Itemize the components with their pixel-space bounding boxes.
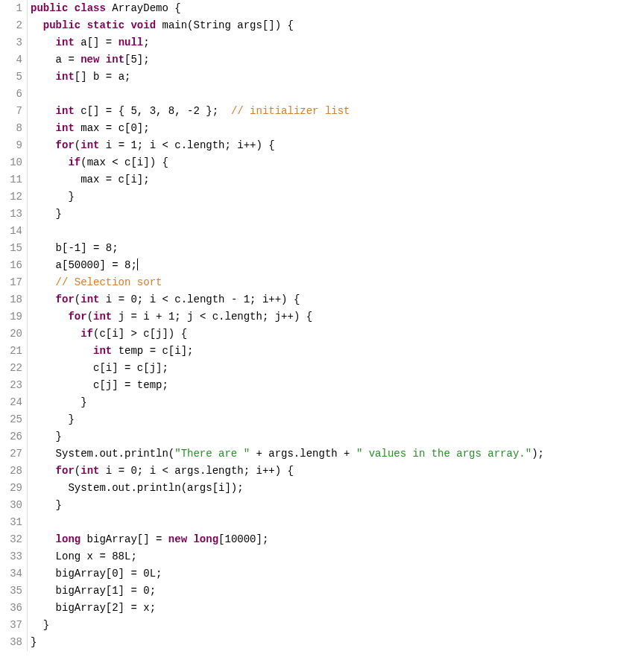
code-line[interactable]: for(int i = 0; i < c.length - 1; i++) { xyxy=(31,291,644,308)
code-token: i = 1; i < c.length; i++) { xyxy=(99,139,274,151)
code-token: Long x = 88L; xyxy=(31,550,137,562)
code-token: null xyxy=(119,36,144,48)
code-token: " values in the args array." xyxy=(356,448,531,460)
code-token: } xyxy=(31,499,62,511)
code-line[interactable]: } xyxy=(31,411,644,428)
code-token: if xyxy=(68,156,80,168)
code-token: ( xyxy=(75,139,80,151)
code-token: int xyxy=(80,293,99,305)
code-line[interactable]: int[] b = a; xyxy=(31,69,644,86)
code-token: new xyxy=(168,533,187,545)
code-token: public xyxy=(31,2,68,14)
line-number: 12 xyxy=(0,188,22,206)
code-line[interactable]: } xyxy=(31,394,644,411)
line-number: 18 xyxy=(0,291,22,308)
code-line[interactable]: System.out.println("There are " + args.l… xyxy=(31,445,644,463)
code-token: a[50000] = 8; xyxy=(31,259,137,271)
code-line[interactable]: } xyxy=(31,634,644,651)
code-token: bigArray[2] = x; xyxy=(31,602,156,614)
code-line[interactable]: for(int i = 1; i < c.length; i++) { xyxy=(31,137,644,154)
code-line[interactable]: int temp = c[i]; xyxy=(31,343,644,360)
code-line[interactable] xyxy=(31,86,644,103)
code-token: [] b = a; xyxy=(75,71,131,83)
code-line[interactable]: if(max < c[i]) { xyxy=(31,154,644,171)
code-token: int xyxy=(93,311,112,323)
code-line[interactable]: b[-1] = 8; xyxy=(31,240,644,257)
line-number: 13 xyxy=(0,206,22,223)
code-token: // initializer list xyxy=(231,105,350,117)
code-line[interactable]: int a[] = null; xyxy=(31,34,644,51)
code-token xyxy=(99,54,105,66)
code-line[interactable]: int c[] = { 5, 3, 8, -2 }; // initialize… xyxy=(31,103,644,120)
code-token xyxy=(31,533,56,545)
code-token: public xyxy=(43,19,80,31)
code-line[interactable]: } xyxy=(31,428,644,445)
code-line[interactable]: if(c[i] > c[j]) { xyxy=(31,326,644,343)
code-token: c[i] = c[j]; xyxy=(31,362,168,374)
code-token xyxy=(31,311,68,323)
line-number: 28 xyxy=(0,463,22,480)
code-token: j = i + 1; j < c.length; j++) { xyxy=(112,311,312,323)
text-cursor xyxy=(137,258,138,270)
line-number: 33 xyxy=(0,548,22,565)
code-line[interactable]: System.out.println(args[i]); xyxy=(31,480,644,497)
code-token: max = c[0]; xyxy=(75,122,150,134)
code-line[interactable]: c[j] = temp; xyxy=(31,377,644,394)
code-token: static xyxy=(87,19,124,31)
code-line[interactable]: a = new int[5]; xyxy=(31,51,644,69)
code-line[interactable]: public class ArrayDemo { xyxy=(31,0,644,17)
line-number: 15 xyxy=(0,240,22,257)
code-line[interactable]: for(int i = 0; i < args.length; i++) { xyxy=(31,463,644,480)
line-number: 36 xyxy=(0,600,22,617)
code-token: a = xyxy=(31,54,80,66)
code-token: c[] = { 5, 3, 8, -2 }; xyxy=(75,105,231,117)
code-token: (max < c[i]) { xyxy=(80,156,168,168)
code-token: int xyxy=(56,36,75,48)
code-line[interactable]: int max = c[0]; xyxy=(31,120,644,137)
code-token: ( xyxy=(87,311,93,323)
code-token: c[j] = temp; xyxy=(31,379,168,391)
code-line[interactable]: bigArray[1] = 0; xyxy=(31,583,644,600)
code-token: [10000]; xyxy=(218,533,268,545)
code-line[interactable]: a[50000] = 8; xyxy=(31,257,644,274)
code-token: i = 0; i < args.length; i++) { xyxy=(99,465,293,477)
code-token: main(String args[]) { xyxy=(156,19,294,31)
code-token: int xyxy=(80,139,99,151)
code-token: bigArray[] = xyxy=(80,533,168,545)
code-line[interactable]: public static void main(String args[]) { xyxy=(31,17,644,34)
code-token xyxy=(31,328,80,340)
line-number: 1 xyxy=(0,0,22,17)
code-line[interactable]: for(int j = i + 1; j < c.length; j++) { xyxy=(31,308,644,326)
code-line[interactable]: } xyxy=(31,617,644,634)
code-token: } xyxy=(31,431,62,442)
code-token: temp = c[i]; xyxy=(112,345,193,357)
code-editor[interactable]: 1234567891011121314151617181920212223242… xyxy=(0,0,644,651)
code-token: b[-1] = 8; xyxy=(31,242,119,254)
code-line[interactable]: Long x = 88L; xyxy=(31,548,644,565)
code-token: bigArray[0] = 0L; xyxy=(31,568,162,580)
code-line[interactable]: // Selection sort xyxy=(31,274,644,291)
code-line[interactable]: max = c[i]; xyxy=(31,171,644,188)
code-area[interactable]: public class ArrayDemo { public static v… xyxy=(28,0,644,651)
code-line[interactable] xyxy=(31,223,644,240)
code-token: } xyxy=(31,413,75,425)
code-token xyxy=(31,345,93,357)
line-number: 27 xyxy=(0,445,22,463)
code-token: int xyxy=(80,465,99,477)
code-line[interactable]: long bigArray[] = new long[10000]; xyxy=(31,531,644,548)
code-line[interactable]: bigArray[2] = x; xyxy=(31,600,644,617)
code-line[interactable]: } xyxy=(31,188,644,206)
line-number: 29 xyxy=(0,480,22,497)
code-line[interactable] xyxy=(31,514,644,531)
code-token: void xyxy=(130,19,156,31)
code-line[interactable]: bigArray[0] = 0L; xyxy=(31,565,644,583)
code-line[interactable]: c[i] = c[j]; xyxy=(31,360,644,377)
line-number: 23 xyxy=(0,377,22,394)
code-token xyxy=(31,36,56,48)
line-number: 37 xyxy=(0,617,22,634)
line-number: 25 xyxy=(0,411,22,428)
code-token xyxy=(31,122,56,134)
line-number-gutter: 1234567891011121314151617181920212223242… xyxy=(0,0,28,651)
code-line[interactable]: } xyxy=(31,497,644,514)
code-line[interactable]: } xyxy=(31,206,644,223)
